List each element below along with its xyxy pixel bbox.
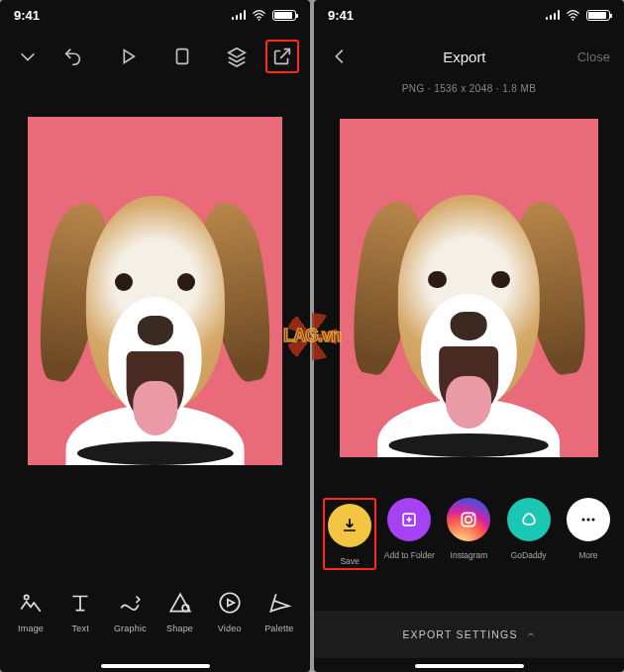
more-button[interactable]: More (562, 498, 615, 560)
add-image-button[interactable]: Image (7, 590, 54, 633)
preview-image (356, 166, 583, 457)
battery-icon (272, 10, 296, 21)
tool-label: Graphic (114, 624, 147, 633)
tool-label: Video (218, 624, 242, 633)
status-time: 9:41 (328, 8, 354, 23)
add-shape-button[interactable]: Shape (156, 590, 204, 633)
add-video-button[interactable]: Video (206, 590, 254, 633)
svg-point-9 (472, 515, 474, 517)
export-title: Export (443, 48, 485, 65)
svg-point-4 (220, 593, 240, 613)
status-time: 9:41 (14, 8, 40, 23)
godaddy-icon (507, 498, 551, 541)
save-button[interactable]: Save (323, 498, 376, 570)
export-icon[interactable] (265, 40, 299, 73)
editor-toolbar (0, 34, 310, 79)
status-bar: 9:41 (0, 0, 310, 30)
add-text-button[interactable]: Text (56, 590, 104, 633)
home-indicator[interactable] (415, 664, 524, 668)
wifi-icon (566, 10, 580, 21)
export-header: Export Close (314, 34, 624, 79)
svg-point-0 (259, 18, 260, 20)
tool-label: Image (18, 624, 44, 633)
action-label: Add to Folder (384, 550, 435, 560)
action-label: More (578, 550, 597, 560)
canvas-image (43, 165, 266, 465)
tool-label: Text (72, 624, 89, 633)
instagram-icon (447, 498, 490, 541)
svg-point-12 (591, 519, 594, 522)
chevron-up-icon (526, 629, 536, 639)
canvas[interactable] (28, 117, 282, 465)
palette-button[interactable]: Palette (256, 590, 303, 633)
add-to-folder-button[interactable]: Add to Folder (382, 498, 436, 560)
action-label: Instagram (451, 550, 488, 560)
export-actions: Save Add to Folder Instagram GoDaddy (314, 498, 624, 607)
pages-icon[interactable] (165, 40, 199, 73)
close-dropdown-icon[interactable] (11, 40, 45, 73)
action-label: Save (340, 556, 359, 566)
svg-point-8 (466, 517, 472, 524)
svg-point-10 (581, 519, 584, 522)
add-element-toolbar: Image Text Graphic Shape Video Palette (0, 567, 310, 656)
back-icon[interactable] (328, 40, 352, 73)
tool-label: Palette (264, 624, 293, 633)
export-screen: 9:41 Export Close PNG · 1536 x 2048 · 1.… (314, 0, 624, 672)
file-info: PNG · 1536 x 2048 · 1.8 MB (314, 83, 624, 94)
export-settings-button[interactable]: EXPORT SETTINGS (314, 611, 624, 658)
layers-icon[interactable] (220, 40, 254, 73)
svg-point-11 (586, 519, 589, 522)
editor-screen: 9:41 (0, 0, 310, 672)
svg-point-5 (572, 18, 574, 20)
svg-point-2 (25, 595, 29, 599)
close-button[interactable]: Close (577, 49, 610, 64)
svg-rect-1 (177, 49, 188, 64)
download-icon (328, 504, 371, 547)
home-indicator[interactable] (101, 664, 210, 668)
tool-label: Shape (166, 624, 193, 633)
action-label: GoDaddy (511, 550, 547, 560)
folder-add-icon (387, 498, 431, 541)
play-icon[interactable] (111, 40, 145, 73)
instagram-button[interactable]: Instagram (442, 498, 495, 560)
signal-icon (232, 10, 247, 20)
undo-icon[interactable] (56, 40, 90, 73)
more-icon (567, 498, 610, 541)
godaddy-button[interactable]: GoDaddy (502, 498, 556, 560)
export-preview (340, 119, 598, 457)
status-bar: 9:41 (314, 0, 624, 30)
wifi-icon (252, 10, 266, 21)
signal-icon (546, 10, 561, 20)
battery-icon (586, 10, 610, 21)
add-graphic-button[interactable]: Graphic (106, 590, 154, 633)
export-settings-label: EXPORT SETTINGS (402, 628, 517, 640)
